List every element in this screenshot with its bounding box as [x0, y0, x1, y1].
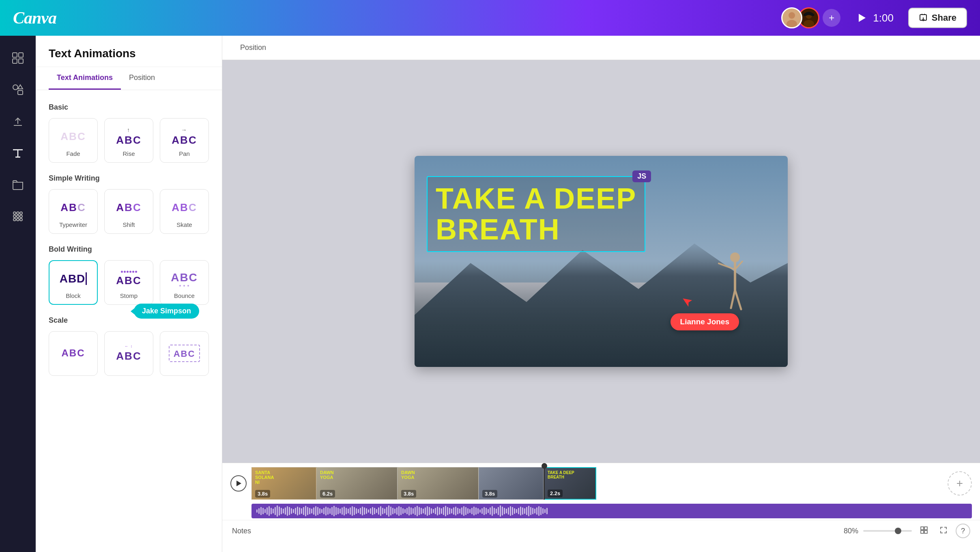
- wave-bar: [305, 506, 306, 516]
- svg-rect-14: [18, 91, 23, 95]
- svg-point-24: [730, 252, 740, 262]
- animation-card-scale2[interactable]: ↔ ↕ ABC: [104, 331, 153, 376]
- clip5-duration: 2.2s: [548, 489, 563, 497]
- fade-label: Fade: [66, 150, 80, 157]
- wave-bar: [536, 507, 537, 515]
- wave-bar: [346, 508, 347, 514]
- animation-card-scale3[interactable]: ABC: [160, 331, 209, 376]
- animation-card-bounce[interactable]: ABC Bounce: [160, 260, 209, 305]
- expand-button[interactable]: [936, 524, 951, 538]
- animation-card-skate[interactable]: ABC Skate: [160, 189, 209, 234]
- timeline-clip-1[interactable]: SANTASOLANANI 3.8s: [251, 467, 316, 500]
- svg-point-1: [789, 12, 795, 19]
- wave-bar: [335, 507, 337, 515]
- lianne-jones-tooltip: Lianne Jones: [671, 313, 739, 330]
- wave-bar: [396, 507, 398, 515]
- animation-card-rise[interactable]: ↑ ABC Rise: [104, 118, 153, 163]
- sidebar-item-upload[interactable]: [4, 107, 32, 136]
- animation-card-scale1[interactable]: ABC: [49, 331, 98, 376]
- add-clip-button[interactable]: +: [948, 471, 972, 496]
- wave-bar: [498, 507, 499, 515]
- canvas-workspace[interactable]: JS TAKE A DEEP BREATH Lianne Jones: [222, 60, 980, 463]
- sidebar-item-apps[interactable]: [4, 202, 32, 231]
- svg-point-12: [13, 85, 18, 90]
- wave-bar: [337, 508, 339, 514]
- wave-bar: [475, 507, 477, 515]
- section-bold-writing-label: Bold Writing: [49, 245, 209, 254]
- animation-card-shift[interactable]: ABC Shift: [104, 189, 153, 234]
- wave-bar: [518, 508, 519, 514]
- svg-point-20: [20, 215, 22, 218]
- text-selection-box[interactable]: JS TAKE A DEEP BREATH: [427, 176, 645, 252]
- wave-bar: [457, 508, 458, 514]
- tab-text-animations[interactable]: Text Animations: [49, 67, 121, 90]
- avatar-user1[interactable]: [781, 7, 802, 28]
- svg-marker-31: [236, 481, 241, 486]
- panel-title: Text Animations: [49, 47, 136, 60]
- timeline-clip-4[interactable]: 3.8s: [479, 467, 544, 500]
- wave-bar: [368, 509, 369, 513]
- wave-bar: [524, 508, 525, 514]
- grid-view-button[interactable]: [917, 524, 931, 538]
- wave-bar: [340, 509, 341, 513]
- tab-position[interactable]: Position: [121, 67, 163, 90]
- lianne-jones-label: Lianne Jones: [680, 317, 729, 326]
- stomp-preview: ABC: [116, 269, 141, 289]
- animation-card-fade[interactable]: ABC Fade: [49, 118, 98, 163]
- svg-point-17: [20, 212, 22, 214]
- typewriter-label: Typewriter: [59, 221, 87, 228]
- wave-bar: [530, 507, 531, 515]
- wave-bar: [309, 508, 310, 514]
- svg-rect-32: [921, 527, 924, 530]
- sidebar-item-text[interactable]: [4, 139, 32, 167]
- wave-bar: [291, 508, 292, 514]
- wave-bar: [386, 507, 387, 515]
- svg-rect-33: [924, 527, 927, 530]
- wave-bar: [323, 508, 325, 514]
- wave-bar: [488, 509, 489, 513]
- timeline-clip-3[interactable]: DAWNYOGA 3.8s: [398, 467, 479, 500]
- svg-point-15: [13, 212, 16, 214]
- sidebar-item-grid[interactable]: [4, 44, 32, 72]
- wave-bar: [303, 507, 304, 515]
- bold-writing-grid: ABD Block: [49, 260, 209, 305]
- svg-marker-13: [18, 85, 23, 89]
- svg-point-16: [17, 212, 19, 214]
- wave-bar: [449, 508, 450, 514]
- yoga-person: [707, 249, 755, 355]
- scale3-preview: ABC: [169, 343, 200, 363]
- animation-card-stomp[interactable]: ABC Stomp: [104, 260, 153, 305]
- audio-track[interactable]: const waveBars = []; const heights = [8,…: [251, 504, 972, 518]
- simple-writing-grid: ABC Typewriter ABC Shift ABC Skate: [49, 189, 209, 234]
- share-button[interactable]: Share: [908, 8, 967, 28]
- sidebar-item-elements[interactable]: [4, 75, 32, 104]
- timeline-play-button[interactable]: [230, 475, 247, 492]
- animation-card-block[interactable]: ABD Block: [49, 260, 98, 305]
- wave-bar: [402, 508, 404, 514]
- wave-bar: [313, 507, 314, 515]
- wave-bar: [333, 506, 335, 516]
- animation-card-typewriter[interactable]: ABC Typewriter: [49, 189, 98, 234]
- wave-bar: [473, 507, 475, 515]
- wave-bar: [453, 507, 454, 515]
- wave-bar: [331, 507, 333, 515]
- wave-bar: [360, 508, 361, 514]
- zoom-slider[interactable]: [863, 530, 912, 532]
- animation-card-pan[interactable]: → ABC Pan: [160, 118, 209, 163]
- help-button[interactable]: ?: [956, 524, 970, 538]
- play-timer-display[interactable]: 1:00: [855, 11, 894, 24]
- wave-bar: [516, 509, 517, 513]
- wave-bar: [271, 508, 272, 514]
- timeline-clip-2[interactable]: DAWNYOGA 6.2s: [316, 467, 398, 500]
- wave-bar: [289, 507, 290, 515]
- wave-bar: [508, 507, 509, 515]
- wave-bar: [342, 507, 343, 515]
- position-tab[interactable]: Position: [235, 41, 271, 54]
- add-collaborator-button[interactable]: +: [823, 9, 840, 27]
- timeline-clip-5[interactable]: TAKE A DEEPBREATH 2.2s: [544, 467, 596, 500]
- wave-bar: [526, 507, 527, 515]
- sidebar-item-folder[interactable]: [4, 170, 32, 199]
- wave-bar: [496, 509, 497, 513]
- wave-bar: [366, 508, 367, 514]
- zoom-thumb[interactable]: [895, 528, 901, 534]
